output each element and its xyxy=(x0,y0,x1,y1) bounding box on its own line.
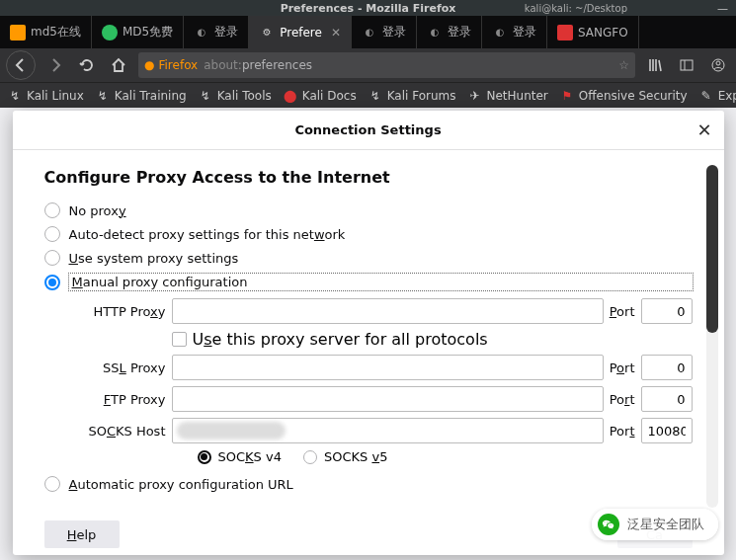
socks-v4-label: SOCKS v4 xyxy=(218,449,282,464)
connection-settings-dialog: Connection Settings ✕ Configure Proxy Ac… xyxy=(13,111,724,555)
identity-label: Firefox xyxy=(158,58,198,72)
tab-1[interactable]: MD5免费 xyxy=(92,16,184,48)
favicon-icon: ◐ xyxy=(194,25,209,40)
svg-rect-0 xyxy=(681,60,693,70)
ssl-port-input[interactable] xyxy=(641,355,693,380)
favicon-icon xyxy=(102,25,118,40)
bookmark-item[interactable]: ↯Kali Forums xyxy=(368,89,456,103)
radio-system-proxy[interactable]: Use system proxy settings xyxy=(44,246,693,270)
tab-label: 登录 xyxy=(214,24,238,40)
http-proxy-label: HTTP Proxy xyxy=(69,304,166,319)
home-button[interactable] xyxy=(107,53,130,77)
bookmarks-toolbar: ↯Kali Linux ↯Kali Training ↯Kali Tools ⬤… xyxy=(0,82,736,108)
tab-label: Prefere xyxy=(280,26,322,40)
bookmark-item[interactable]: ↯Kali Training xyxy=(96,89,187,103)
radio-icon xyxy=(44,250,60,266)
radio-icon xyxy=(44,202,60,218)
sidebar-icon[interactable] xyxy=(675,53,698,77)
tab-label: md5在线 xyxy=(31,24,81,40)
close-icon[interactable]: ✕ xyxy=(696,120,711,140)
favicon-icon xyxy=(10,25,26,40)
dragon-icon: ↯ xyxy=(368,89,382,103)
minimize-icon[interactable]: — xyxy=(717,2,728,15)
dialog-title: Connection Settings xyxy=(294,122,441,137)
bookmark-item[interactable]: ✎Exploit-DB xyxy=(699,89,736,103)
tab-label: SANGFO xyxy=(578,26,628,40)
back-button[interactable] xyxy=(6,50,36,80)
socks-port-label: Port xyxy=(610,424,635,439)
reload-button[interactable] xyxy=(75,53,99,77)
forward-button[interactable] xyxy=(43,53,67,77)
firefox-icon: ● xyxy=(144,58,154,72)
bookmark-item[interactable]: ✈NetHunter xyxy=(467,89,547,103)
dragon-icon: ↯ xyxy=(199,89,212,103)
socks-port-input[interactable] xyxy=(641,418,693,443)
ssl-proxy-input[interactable] xyxy=(172,355,604,380)
dragon-icon: ↯ xyxy=(96,89,110,103)
tab-5[interactable]: ◐登录 xyxy=(417,16,482,48)
dialog-heading: Configure Proxy Access to the Internet xyxy=(44,168,693,187)
dragon-icon: ↯ xyxy=(8,89,22,103)
http-proxy-input[interactable] xyxy=(172,298,604,324)
favicon-icon: ◐ xyxy=(362,25,377,40)
http-port-input[interactable] xyxy=(641,298,693,324)
profile-icon[interactable] xyxy=(706,53,730,77)
bookmark-item[interactable]: ↯Kali Tools xyxy=(199,89,272,103)
tab-label: MD5免费 xyxy=(123,24,173,40)
identity-box[interactable]: ●Firefox xyxy=(144,58,198,72)
svg-point-3 xyxy=(716,61,720,65)
tab-label: 登录 xyxy=(513,24,536,40)
radio-icon xyxy=(44,476,60,492)
ftp-port-label: Port xyxy=(610,392,635,407)
close-icon[interactable]: ✕ xyxy=(331,26,341,40)
offsec-icon: ⚑ xyxy=(560,89,574,103)
radio-no-proxy[interactable]: No proxy xyxy=(44,199,693,222)
library-icon[interactable] xyxy=(643,53,667,77)
favicon-icon: ◐ xyxy=(427,25,443,40)
bookmark-item[interactable]: ⚑Offensive Security xyxy=(560,89,688,103)
socks-host-label: SOCKS Host xyxy=(69,424,166,439)
bookmark-item[interactable]: ↯Kali Linux xyxy=(8,89,84,103)
wechat-icon xyxy=(598,514,619,535)
bookmark-item[interactable]: ⬤Kali Docs xyxy=(284,89,357,103)
exploitdb-icon: ✎ xyxy=(699,89,713,103)
radio-icon[interactable] xyxy=(303,450,317,464)
scroll-thumb[interactable] xyxy=(706,165,718,333)
radio-icon xyxy=(44,275,60,290)
tab-7[interactable]: SANGFO xyxy=(547,16,639,48)
tab-3-active[interactable]: ⚙Prefere✕ xyxy=(249,16,352,48)
http-port-label: Port xyxy=(610,304,635,319)
ssl-port-label: Port xyxy=(610,360,635,375)
bookmark-star-icon[interactable]: ☆ xyxy=(618,58,629,72)
socks-host-input[interactable] xyxy=(172,418,604,443)
tab-2[interactable]: ◐登录 xyxy=(184,16,249,48)
ftp-proxy-input[interactable] xyxy=(172,386,604,412)
radio-icon xyxy=(44,226,60,242)
radio-auto-config-url[interactable]: Automatic proxy configuration URL xyxy=(44,472,693,496)
help-button[interactable]: Help xyxy=(44,520,120,548)
radio-manual-proxy[interactable]: Manual proxy configuration xyxy=(44,270,693,294)
tab-6[interactable]: ◐登录 xyxy=(482,16,547,48)
tab-4[interactable]: ◐登录 xyxy=(352,16,417,48)
scrollbar[interactable] xyxy=(706,165,718,508)
tab-label: 登录 xyxy=(382,24,406,40)
watermark-text: 泛星安全团队 xyxy=(627,516,704,533)
dragon-icon: ✈ xyxy=(467,89,481,103)
radio-auto-detect[interactable]: Auto-detect proxy settings for this netw… xyxy=(44,222,693,246)
tab-0[interactable]: md5在线 xyxy=(0,16,92,48)
ssl-proxy-label: SSL Proxy xyxy=(69,360,166,375)
nav-toolbar: ●Firefox about:preferences ☆ xyxy=(0,48,736,82)
use-for-all-checkbox[interactable] xyxy=(172,332,187,347)
ftp-port-input[interactable] xyxy=(641,386,693,412)
kali-icon: ⬤ xyxy=(284,89,297,103)
gear-icon: ⚙ xyxy=(259,25,275,40)
favicon-icon: ◐ xyxy=(492,25,508,40)
radio-icon[interactable] xyxy=(198,450,211,464)
ftp-proxy-label: FTP Proxy xyxy=(69,392,166,407)
url-text: about:preferences xyxy=(204,58,613,72)
watermark-badge: 泛星安全团队 xyxy=(592,509,718,540)
terminal-hint: kali@kali: ~/Desktop xyxy=(525,3,627,14)
tab-label: 登录 xyxy=(448,24,471,40)
socks-v5-label: SOCKS v5 xyxy=(324,449,387,464)
url-bar[interactable]: ●Firefox about:preferences ☆ xyxy=(138,52,635,78)
